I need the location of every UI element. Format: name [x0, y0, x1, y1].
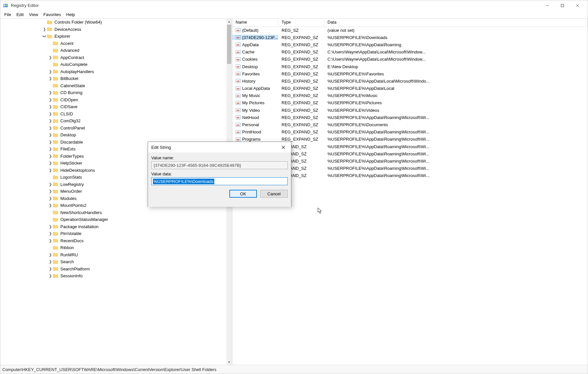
- menu-help[interactable]: Help: [64, 11, 78, 18]
- tree-item[interactable]: ❯SessionInfo: [0, 272, 226, 280]
- menu-view[interactable]: View: [26, 11, 41, 18]
- maximize-button[interactable]: [555, 0, 570, 10]
- expand-icon[interactable]: ❯: [48, 253, 53, 257]
- value-row[interactable]: ab{374DE290-123F...REG_EXPAND_SZ%USERPRO…: [232, 34, 588, 41]
- tree-item[interactable]: Ribbon: [0, 244, 226, 251]
- expand-icon[interactable]: ❯: [48, 105, 53, 109]
- menu-favorites[interactable]: Favorites: [41, 11, 63, 18]
- tree-item[interactable]: ❯RunMRU: [0, 251, 226, 259]
- value-row[interactable]: abAppDataREG_EXPAND_SZ%USERPROFILE%\AppD…: [232, 41, 588, 48]
- value-row[interactable]: abLocal AppDataREG_EXPAND_SZ%USERPROFILE…: [232, 85, 588, 92]
- dialog-close-button[interactable]: [279, 143, 288, 152]
- expand-icon[interactable]: ❯: [48, 182, 53, 187]
- expand-icon[interactable]: ❯: [48, 239, 53, 243]
- tree-item[interactable]: ❯CIDOpen: [0, 96, 226, 104]
- tree-item[interactable]: Controls Folder (Wow64): [0, 19, 226, 26]
- expand-icon[interactable]: ❯: [48, 225, 53, 229]
- tree-item[interactable]: OperationStatusManager: [0, 216, 226, 223]
- tree-item[interactable]: ❯Desktop: [0, 131, 226, 139]
- tree-label: ComDlg32: [59, 118, 81, 124]
- expand-icon[interactable]: ❯: [48, 154, 53, 158]
- expand-icon[interactable]: ❯: [48, 168, 53, 172]
- menu-edit[interactable]: Edit: [14, 11, 26, 18]
- expand-icon[interactable]: ❯: [48, 140, 53, 144]
- close-button[interactable]: [570, 0, 585, 10]
- col-data[interactable]: Data: [324, 19, 588, 27]
- expand-icon[interactable]: ❯: [48, 126, 53, 130]
- expand-icon[interactable]: ❯: [48, 133, 53, 137]
- value-row[interactable]: abFavoritesREG_EXPAND_SZ%USERPROFILE%\Fa…: [232, 70, 588, 77]
- tree-item[interactable]: ❯RecentDocs: [0, 237, 226, 245]
- scroll-up-icon[interactable]: ▲: [226, 19, 232, 24]
- tree-item[interactable]: AutoComplete: [0, 61, 226, 68]
- tree-label: AutoplayHandlers: [59, 69, 95, 74]
- expand-icon[interactable]: ❯: [48, 189, 53, 193]
- scroll-down-icon[interactable]: ▼: [226, 359, 232, 365]
- tree-item[interactable]: ❯CIDSave: [0, 103, 226, 110]
- value-type: REG_SZ: [278, 28, 324, 33]
- expand-icon[interactable]: ❯: [48, 90, 53, 95]
- tree-item[interactable]: ❯Package Installation: [0, 223, 226, 230]
- value-row[interactable]: abPersonalREG_EXPAND_SZ%USERPROFILE%\Doc…: [232, 121, 588, 128]
- minimize-button[interactable]: [540, 0, 555, 10]
- expand-icon[interactable]: ❯: [48, 231, 53, 236]
- value-row[interactable]: abMy MusicREG_EXPAND_SZ%USERPROFILE%\Mus…: [232, 92, 588, 99]
- svg-rect-1: [4, 5, 5, 5]
- expand-icon[interactable]: ❯: [48, 55, 53, 60]
- expand-icon[interactable]: ❯: [48, 161, 53, 165]
- tree-label: CIDOpen: [59, 97, 79, 103]
- tree-item[interactable]: NewShortcutHandlers: [0, 209, 226, 216]
- scroll-thumb[interactable]: [227, 25, 231, 64]
- tree-item[interactable]: ❯PlmVolatile: [0, 230, 226, 237]
- value-row[interactable]: ab(Default)REG_SZ(value not set): [232, 27, 588, 34]
- tree-item[interactable]: Accent: [0, 40, 226, 47]
- menu-file[interactable]: File: [2, 11, 14, 18]
- tree-item[interactable]: CabinetState: [0, 82, 226, 89]
- tree-item[interactable]: ❯Search: [0, 258, 226, 266]
- value-row[interactable]: abCacheREG_EXPAND_SZC:\Users\Wayne\AppDa…: [232, 49, 588, 56]
- value-type: REG_EXPAND_SZ: [278, 42, 324, 47]
- ok-button[interactable]: OK: [229, 190, 257, 198]
- expand-icon[interactable]: ❯: [48, 147, 53, 151]
- tree-item[interactable]: ❯CD Burning: [0, 89, 226, 96]
- expand-icon[interactable]: ❯: [48, 76, 53, 81]
- value-row[interactable]: abNetHoodREG_EXPAND_SZ%USERPROFILE%\AppD…: [232, 114, 588, 121]
- expand-icon[interactable]: ❯: [48, 119, 53, 123]
- tree-item[interactable]: ❯AutoplayHandlers: [0, 68, 226, 75]
- expand-icon[interactable]: ❯: [48, 69, 53, 74]
- value-row[interactable]: abDesktopREG_EXPAND_SZE:\New Desktop: [232, 63, 588, 70]
- string-value-icon: ab: [236, 64, 241, 69]
- tree-item[interactable]: ❯BitBucket: [0, 75, 226, 82]
- expand-icon[interactable]: ❯: [42, 27, 47, 31]
- tree-item[interactable]: ❯Explorer: [0, 33, 226, 40]
- value-row[interactable]: abMy PicturesREG_EXPAND_SZ%USERPROFILE%\…: [232, 99, 588, 107]
- expand-icon[interactable]: ❯: [48, 267, 53, 271]
- expand-icon[interactable]: ❯: [48, 203, 53, 207]
- tree-label: SearchPlatform: [59, 266, 91, 272]
- col-name[interactable]: Name: [232, 19, 278, 27]
- cancel-button[interactable]: Cancel: [260, 190, 288, 198]
- tree-label: Search: [59, 259, 75, 265]
- value-data-input[interactable]: %USERPROFILE%\Downloads: [151, 177, 288, 185]
- expand-icon[interactable]: ❯: [48, 260, 53, 264]
- tree-item[interactable]: ❯AppContract: [0, 54, 226, 61]
- col-type[interactable]: Type: [278, 19, 324, 27]
- string-value-icon: ab: [236, 71, 241, 76]
- tree-item[interactable]: ❯CLSID: [0, 110, 226, 118]
- window-title: Registry Editor: [11, 3, 540, 8]
- tree-item[interactable]: Advanced: [0, 47, 226, 54]
- value-row[interactable]: abHistoryREG_EXPAND_SZ%USERPROFILE%\AppD…: [232, 77, 588, 85]
- tree-item[interactable]: ❯ControlPanel: [0, 125, 226, 132]
- tree-item[interactable]: ❯DeviceAccess: [0, 26, 226, 33]
- expand-icon[interactable]: ❯: [48, 274, 53, 278]
- value-row[interactable]: abMy VideoREG_EXPAND_SZ%USERPROFILE%\Vid…: [232, 107, 588, 114]
- value-row[interactable]: abPrintHoodREG_EXPAND_SZ%USERPROFILE%\Ap…: [232, 128, 588, 136]
- expand-icon[interactable]: ❯: [48, 196, 53, 201]
- value-row[interactable]: abCookiesREG_EXPAND_SZC:\Users\Wayne\App…: [232, 56, 588, 63]
- tree-item[interactable]: ❯ComDlg32: [0, 117, 226, 125]
- collapse-icon[interactable]: ❯: [42, 34, 47, 39]
- expand-icon[interactable]: ❯: [48, 98, 53, 102]
- expand-icon[interactable]: ❯: [48, 112, 53, 116]
- tree-item[interactable]: ❯SearchPlatform: [0, 266, 226, 273]
- title-bar: Registry Editor: [0, 0, 588, 10]
